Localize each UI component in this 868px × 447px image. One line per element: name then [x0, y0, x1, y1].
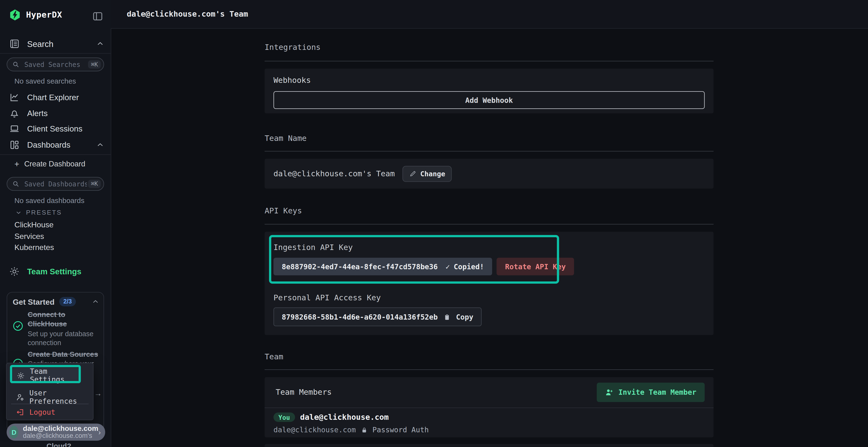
sidebar-item-label: Client Sessions — [27, 125, 83, 133]
no-saved-dashboards-note: No saved dashboards — [14, 196, 84, 204]
page-header: dale@clickhouse.com's Team — [111, 0, 868, 29]
saved-dashboards-field[interactable] — [23, 179, 88, 188]
magnifier-icon — [12, 180, 20, 187]
get-started-title: Get Started — [13, 297, 55, 306]
check-circle-icon — [12, 320, 24, 332]
app-logo[interactable]: HyperDX — [9, 9, 62, 21]
sidebar-item-chart-explorer[interactable]: Chart Explorer — [9, 92, 104, 103]
arrow-right-icon[interactable]: → — [94, 389, 102, 398]
team-members-label: Team Members — [276, 387, 332, 397]
invite-team-member-button[interactable]: Invite Team Member — [597, 383, 705, 402]
magnifier-icon — [12, 61, 20, 68]
user-plus-icon — [605, 388, 613, 397]
get-started-step-title: Connect to ClickHouse — [28, 310, 95, 329]
ingestion-api-key-chip[interactable]: 8e887902-4ed7-44ea-8fec-f47cd578be36 ✓ C… — [273, 258, 492, 275]
preset-kubernetes[interactable]: Kubernetes — [14, 243, 54, 252]
sidebar-item-label: Dashboards — [27, 140, 71, 149]
api-keys-heading: API Keys — [265, 206, 302, 215]
page-title: dale@clickhouse.com's Team — [127, 9, 248, 18]
sidebar: HyperDX Search — [0, 0, 111, 447]
personal-key-row: 87982668-58b1-4d6e-a620-014a136f52eb Cop… — [273, 308, 482, 326]
menu-item-logout[interactable]: Logout — [16, 408, 56, 416]
clipped-card-text: Cloud? — [46, 442, 71, 447]
sidebar-item-dashboards[interactable]: Dashboards — [9, 139, 104, 150]
divider — [0, 154, 111, 155]
check-icon: ✓ — [445, 262, 450, 271]
team-settings-link-label: Team Settings — [27, 267, 82, 276]
user-team-name: dale@clickhouse.com's — [23, 432, 98, 439]
app-name: HyperDX — [26, 10, 62, 20]
team-heading: Team — [265, 352, 283, 361]
menu-item-label: Team Settings — [30, 367, 79, 384]
saved-searches-field[interactable] — [23, 60, 88, 69]
member-email: dale@clickhouse.com — [273, 426, 355, 434]
plus-icon: + — [14, 160, 19, 168]
avatar: D — [9, 426, 19, 439]
collapse-sidebar-icon[interactable] — [92, 10, 103, 22]
divider — [265, 224, 713, 225]
app-window: HyperDX Search — [0, 0, 868, 447]
search-logs-icon — [9, 38, 20, 49]
create-dashboard-button[interactable]: + Create Dashboard — [14, 160, 85, 168]
sidebar-item-client-sessions[interactable]: Client Sessions — [9, 123, 104, 134]
preset-services[interactable]: Services — [14, 232, 44, 240]
copy-label: Copy — [456, 313, 473, 321]
logout-icon — [16, 408, 24, 416]
you-badge: You — [273, 413, 295, 422]
member-details: dale@clickhouse.com Password Auth — [273, 426, 429, 434]
personal-api-key-label: Personal API Access Key — [273, 293, 381, 302]
presets-toggle[interactable]: PRESETS — [16, 209, 62, 216]
copied-label: Copied! — [454, 262, 484, 271]
clipboard-icon — [443, 313, 451, 320]
get-started-step-title: Create Data Sources — [28, 349, 102, 359]
divider — [11, 404, 89, 404]
gear-icon — [17, 371, 25, 380]
create-dashboard-label: Create Dashboard — [24, 160, 85, 168]
rotate-api-key-button[interactable]: Rotate API Key — [497, 258, 574, 275]
get-started-header[interactable]: Get Started 2/3 — [13, 297, 99, 306]
preset-clickhouse[interactable]: ClickHouse — [14, 220, 54, 229]
personal-api-key-chip[interactable]: 87982668-58b1-4d6e-a620-014a136f52eb Cop… — [273, 308, 482, 326]
user-email: dale@clickhouse.com — [23, 425, 98, 432]
api-keys-card: Ingestion API Key 8e887902-4ed7-44ea-8fe… — [265, 232, 713, 335]
integrations-heading: Integrations — [265, 43, 320, 51]
menu-item-user-preferences[interactable]: User Preferences — [16, 389, 93, 405]
divider — [0, 53, 111, 54]
personal-api-key-value: 87982668-58b1-4d6e-a620-014a136f52eb — [282, 313, 438, 321]
user-gear-icon — [16, 393, 24, 401]
chevron-up-icon[interactable] — [92, 298, 99, 305]
main-content: Integrations Webhooks Add Webhook Team N… — [265, 28, 713, 447]
add-webhook-button[interactable]: Add Webhook — [273, 91, 705, 109]
lock-icon — [361, 426, 368, 433]
saved-searches-input[interactable]: ⌘K — [7, 58, 104, 71]
chevron-up-icon[interactable] — [96, 141, 104, 148]
no-saved-searches-note: No saved searches — [14, 77, 76, 85]
sidebar-item-alerts[interactable]: Alerts — [9, 108, 104, 119]
sidebar-item-team-settings[interactable]: Team Settings — [9, 266, 104, 277]
menu-item-team-settings[interactable]: Team Settings — [13, 368, 79, 383]
next-card-sliver — [265, 444, 713, 447]
search-section-label: Search — [27, 39, 54, 48]
sidebar-item-label: Chart Explorer — [27, 93, 79, 102]
user-account-chip[interactable]: D dale@clickhouse.com dale@clickhouse.co… — [7, 424, 105, 441]
divider — [265, 408, 713, 408]
team-name-heading: Team Name — [265, 134, 306, 143]
saved-dashboards-input[interactable]: ⌘K — [7, 177, 104, 191]
change-team-name-button[interactable]: Change — [402, 166, 452, 182]
sidebar-section-search[interactable]: Search — [9, 38, 104, 49]
chevron-down-icon — [16, 209, 22, 215]
team-members-card: Team Members Invite Team Member You dale… — [265, 377, 713, 437]
menu-item-label: User Preferences — [29, 389, 93, 405]
logout-label: Logout — [29, 408, 56, 416]
ingestion-api-key-label: Ingestion API Key — [273, 243, 353, 252]
gear-icon — [9, 266, 20, 277]
divider — [265, 370, 713, 370]
bell-icon — [9, 108, 20, 119]
chart-icon — [9, 92, 20, 103]
laptop-icon — [9, 123, 20, 134]
divider — [265, 61, 713, 61]
pencil-icon — [409, 170, 416, 177]
shortcut-badge: ⌘K — [88, 61, 101, 68]
chevron-up-icon[interactable] — [96, 40, 104, 47]
member-name: dale@clickhouse.com — [300, 413, 389, 421]
